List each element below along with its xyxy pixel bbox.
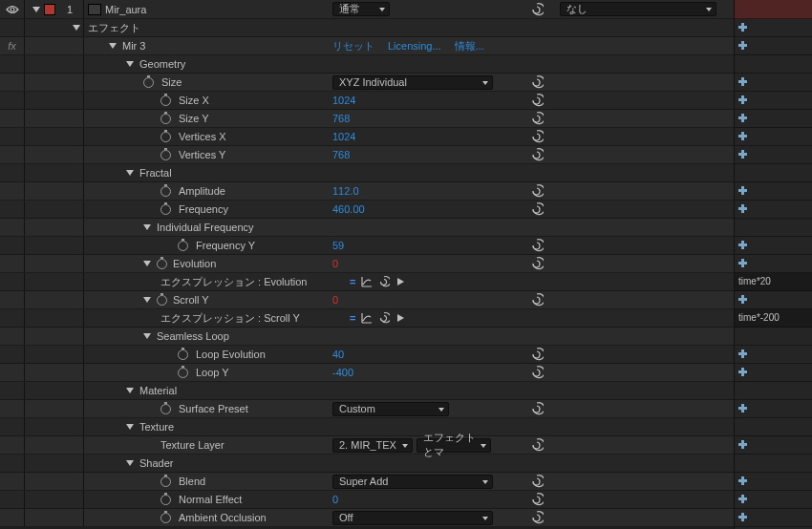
graph-editor-icon[interactable] [361, 276, 373, 287]
prop-frequency[interactable]: Frequency 460.00 [0, 201, 734, 219]
normal-effect-value[interactable]: 0 [332, 494, 338, 505]
disclosure-icon[interactable] [143, 261, 151, 266]
stopwatch-icon[interactable] [157, 295, 167, 306]
texture-layer-dropdown[interactable]: 2. MIR_TEX [332, 438, 413, 453]
prop-vertices-x[interactable]: Vertices X 1024 [0, 128, 734, 146]
disclosure-icon[interactable] [143, 297, 151, 303]
frequency-y-value[interactable]: 59 [332, 240, 344, 251]
disclosure-icon[interactable] [143, 224, 151, 230]
evolution-value[interactable]: 0 [332, 258, 338, 269]
keyframe-icon[interactable] [738, 23, 747, 32]
keyframe-icon[interactable] [738, 150, 747, 159]
pickwhip-icon[interactable] [378, 276, 390, 287]
disclosure-icon[interactable] [126, 170, 134, 176]
prop-evolution[interactable]: Evolution 0 [0, 255, 734, 273]
stopwatch-icon[interactable] [160, 495, 171, 505]
prop-vertices-y[interactable]: Vertices Y 768 [0, 146, 734, 164]
keyframe-icon[interactable] [738, 476, 747, 485]
loop-evolution-value[interactable]: 40 [332, 349, 344, 360]
disclosure-icon[interactable] [126, 388, 134, 393]
prop-texture-layer[interactable]: Texture Layer 2. MIR_TEX エフェクトとマ [0, 436, 734, 455]
vertices-x-value[interactable]: 1024 [332, 131, 355, 142]
prop-amplitude[interactable]: Amplitude 112.0 [0, 182, 734, 201]
layer-row[interactable]: 1 Mir_aura 通常 なし [0, 0, 734, 19]
prop-frequency-y[interactable]: Frequency Y 59 [0, 237, 734, 255]
effect-row[interactable]: fx Mir 3 リセット Licensing... 情報... [0, 37, 734, 55]
track-matte-dropdown[interactable]: なし [560, 2, 716, 16]
disclosure-icon[interactable] [126, 460, 134, 466]
frequency-value[interactable]: 460.00 [332, 203, 365, 215]
blend-dropdown[interactable]: Super Add [332, 475, 493, 489]
expression-menu-icon[interactable] [395, 277, 405, 286]
stopwatch-icon[interactable] [160, 150, 171, 160]
graph-editor-icon[interactable] [361, 312, 373, 324]
keyframe-icon[interactable] [738, 295, 747, 304]
licensing-link[interactable]: Licensing... [388, 40, 441, 52]
group-texture[interactable]: Texture [0, 418, 734, 436]
expression-scroll-y[interactable]: エクスプレッション : Scroll Y = [0, 309, 734, 328]
ao-dropdown[interactable]: Off [332, 511, 493, 525]
loop-y-value[interactable]: -400 [332, 367, 353, 378]
keyframe-icon[interactable] [738, 440, 747, 449]
disclosure-icon[interactable] [73, 25, 80, 31]
keyframe-icon[interactable] [738, 132, 747, 140]
visibility-eye-icon[interactable] [6, 5, 19, 14]
stopwatch-icon[interactable] [178, 368, 188, 378]
size-dropdown[interactable]: XYZ Individual [332, 75, 493, 90]
layer-color-chip[interactable] [44, 4, 55, 15]
keyframe-icon[interactable] [738, 77, 747, 86]
prop-loop-y[interactable]: Loop Y -400 [0, 364, 734, 382]
timeline-area[interactable]: time*20 time*-200 [734, 0, 812, 529]
keyframe-icon[interactable] [738, 349, 747, 358]
prop-size-y[interactable]: Size Y 768 [0, 110, 734, 128]
prop-size-x[interactable]: Size X 1024 [0, 92, 734, 110]
keyframe-icon[interactable] [738, 114, 747, 122]
keyframe-icon[interactable] [738, 204, 747, 213]
disclosure-icon[interactable] [126, 61, 134, 67]
keyframe-icon[interactable] [738, 241, 747, 249]
prop-normal-effect[interactable]: Normal Effect 0 [0, 491, 734, 509]
prop-scroll-y[interactable]: Scroll Y 0 [0, 291, 734, 309]
blend-mode-dropdown[interactable]: 通常 [332, 2, 390, 16]
stopwatch-icon[interactable] [160, 114, 171, 124]
stopwatch-icon[interactable] [160, 513, 171, 523]
prop-surface-preset[interactable]: Surface Preset Custom [0, 400, 734, 418]
stopwatch-icon[interactable] [160, 404, 171, 414]
stopwatch-icon[interactable] [143, 77, 154, 88]
group-fractal[interactable]: Fractal [0, 164, 734, 182]
amplitude-value[interactable]: 112.0 [332, 185, 359, 197]
info-link[interactable]: 情報... [455, 39, 484, 53]
stopwatch-icon[interactable] [160, 132, 171, 142]
prop-loop-evolution[interactable]: Loop Evolution 40 [0, 346, 734, 364]
disclosure-icon[interactable] [109, 43, 117, 49]
keyframe-icon[interactable] [738, 513, 747, 521]
expression-enable-icon[interactable]: = [350, 312, 355, 324]
stopwatch-icon[interactable] [178, 349, 188, 360]
group-shader[interactable]: Shader [0, 455, 734, 473]
fx-badge-icon[interactable]: fx [8, 40, 16, 52]
disclosure-icon[interactable] [143, 333, 151, 339]
surface-preset-dropdown[interactable]: Custom [332, 402, 449, 416]
expression-text[interactable]: time*-200 [738, 312, 780, 323]
stopwatch-icon[interactable] [160, 204, 171, 215]
texture-layer-mode-dropdown[interactable]: エフェクトとマ [417, 438, 491, 453]
effect-name[interactable]: Mir 3 [122, 40, 145, 52]
disclosure-icon[interactable] [32, 7, 40, 12]
group-individual-frequency[interactable]: Individual Frequency [0, 219, 734, 237]
expression-enable-icon[interactable]: = [350, 276, 355, 287]
keyframe-icon[interactable] [738, 186, 747, 195]
group-seamless-loop[interactable]: Seamless Loop [0, 328, 734, 346]
scroll-y-value[interactable]: 0 [332, 294, 338, 306]
reset-link[interactable]: リセット [332, 39, 374, 53]
size-y-value[interactable]: 768 [332, 113, 350, 124]
group-material[interactable]: Material [0, 382, 734, 400]
prop-size[interactable]: Size XYZ Individual [0, 74, 734, 92]
stopwatch-icon[interactable] [157, 259, 167, 269]
pickwhip-icon[interactable] [378, 312, 390, 324]
keyframe-icon[interactable] [738, 495, 747, 503]
prop-ambient-occlusion[interactable]: Ambient Occlusion Off [0, 509, 734, 527]
effects-header-row[interactable]: エフェクト [0, 19, 734, 37]
keyframe-icon[interactable] [738, 41, 747, 50]
vertices-y-value[interactable]: 768 [332, 149, 350, 160]
stopwatch-icon[interactable] [160, 186, 171, 197]
